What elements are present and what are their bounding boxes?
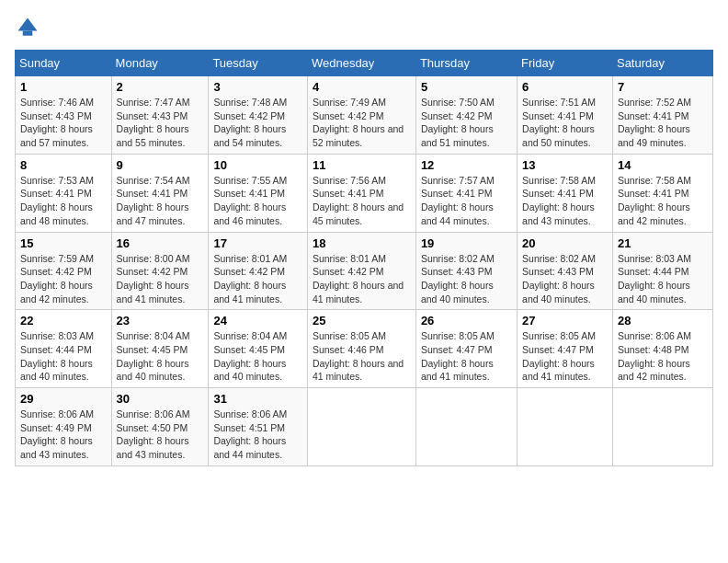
day-number: 12	[421, 158, 512, 172]
day-cell	[518, 388, 613, 466]
day-cell: 29 Sunrise: 8:06 AMSunset: 4:49 PMDaylig…	[16, 388, 112, 466]
day-number: 17	[213, 236, 302, 250]
logo	[15, 15, 44, 40]
day-info: Sunrise: 8:05 AMSunset: 4:46 PMDaylight:…	[313, 330, 404, 382]
day-info: Sunrise: 8:01 AMSunset: 4:42 PMDaylight:…	[313, 253, 404, 304]
day-info: Sunrise: 8:05 AMSunset: 4:47 PMDaylight:…	[421, 330, 495, 382]
day-number: 16	[117, 236, 204, 250]
svg-rect-1	[23, 31, 33, 36]
day-number: 2	[117, 80, 204, 94]
day-info: Sunrise: 8:01 AMSunset: 4:42 PMDaylight:…	[213, 253, 287, 304]
day-info: Sunrise: 8:05 AMSunset: 4:47 PMDaylight:…	[522, 330, 596, 382]
day-cell: 8 Sunrise: 7:53 AMSunset: 4:41 PMDayligh…	[16, 154, 112, 232]
day-cell	[612, 388, 712, 466]
header-cell-tuesday: Tuesday	[209, 51, 308, 76]
day-cell: 26 Sunrise: 8:05 AMSunset: 4:47 PMDaylig…	[415, 310, 517, 388]
day-number: 25	[313, 314, 411, 327]
day-info: Sunrise: 8:02 AMSunset: 4:43 PMDaylight:…	[522, 253, 596, 304]
day-cell: 30 Sunrise: 8:06 AMSunset: 4:50 PMDaylig…	[111, 388, 209, 466]
day-cell: 1 Sunrise: 7:46 AMSunset: 4:43 PMDayligh…	[16, 76, 112, 155]
day-info: Sunrise: 7:57 AMSunset: 4:41 PMDaylight:…	[421, 175, 495, 226]
day-cell	[307, 388, 415, 466]
day-number: 7	[618, 80, 708, 94]
day-cell: 17 Sunrise: 8:01 AMSunset: 4:42 PMDaylig…	[209, 232, 308, 310]
day-number: 28	[618, 314, 708, 327]
day-info: Sunrise: 8:06 AMSunset: 4:48 PMDaylight:…	[618, 330, 691, 382]
day-number: 30	[117, 392, 204, 406]
day-cell: 3 Sunrise: 7:48 AMSunset: 4:42 PMDayligh…	[209, 76, 308, 155]
day-cell: 14 Sunrise: 7:58 AMSunset: 4:41 PMDaylig…	[612, 154, 712, 232]
day-cell: 2 Sunrise: 7:47 AMSunset: 4:43 PMDayligh…	[111, 76, 209, 155]
header	[15, 15, 713, 40]
day-number: 23	[117, 314, 204, 327]
day-cell: 19 Sunrise: 8:02 AMSunset: 4:43 PMDaylig…	[415, 232, 517, 310]
day-number: 15	[20, 236, 107, 250]
day-info: Sunrise: 8:00 AMSunset: 4:42 PMDaylight:…	[117, 253, 190, 304]
day-cell: 7 Sunrise: 7:52 AMSunset: 4:41 PMDayligh…	[612, 76, 712, 155]
day-info: Sunrise: 7:58 AMSunset: 4:41 PMDaylight:…	[522, 175, 596, 226]
day-info: Sunrise: 7:59 AMSunset: 4:42 PMDaylight:…	[20, 253, 94, 304]
day-cell: 23 Sunrise: 8:04 AMSunset: 4:45 PMDaylig…	[111, 310, 209, 388]
day-info: Sunrise: 8:02 AMSunset: 4:43 PMDaylight:…	[421, 253, 495, 304]
logo-icon	[15, 15, 40, 40]
day-cell: 18 Sunrise: 8:01 AMSunset: 4:42 PMDaylig…	[307, 232, 415, 310]
day-info: Sunrise: 7:56 AMSunset: 4:41 PMDaylight:…	[313, 175, 404, 226]
day-number: 4	[313, 80, 411, 94]
day-number: 20	[522, 236, 608, 250]
header-cell-sunday: Sunday	[16, 51, 112, 76]
day-cell: 5 Sunrise: 7:50 AMSunset: 4:42 PMDayligh…	[415, 76, 517, 155]
day-info: Sunrise: 8:04 AMSunset: 4:45 PMDaylight:…	[117, 330, 190, 382]
day-info: Sunrise: 7:55 AMSunset: 4:41 PMDaylight:…	[213, 175, 287, 226]
day-cell: 10 Sunrise: 7:55 AMSunset: 4:41 PMDaylig…	[209, 154, 308, 232]
header-row: SundayMondayTuesdayWednesdayThursdayFrid…	[16, 51, 713, 76]
day-cell: 15 Sunrise: 7:59 AMSunset: 4:42 PMDaylig…	[16, 232, 112, 310]
day-cell: 13 Sunrise: 7:58 AMSunset: 4:41 PMDaylig…	[518, 154, 613, 232]
day-info: Sunrise: 7:46 AMSunset: 4:43 PMDaylight:…	[20, 97, 94, 148]
day-info: Sunrise: 8:03 AMSunset: 4:44 PMDaylight:…	[20, 330, 94, 382]
day-cell: 12 Sunrise: 7:57 AMSunset: 4:41 PMDaylig…	[415, 154, 517, 232]
day-info: Sunrise: 7:49 AMSunset: 4:42 PMDaylight:…	[313, 97, 404, 148]
day-number: 5	[421, 80, 512, 94]
day-number: 19	[421, 236, 512, 250]
day-info: Sunrise: 8:04 AMSunset: 4:45 PMDaylight:…	[213, 330, 287, 382]
day-number: 22	[20, 314, 107, 327]
day-number: 18	[313, 236, 411, 250]
day-info: Sunrise: 8:03 AMSunset: 4:44 PMDaylight:…	[618, 253, 691, 304]
day-info: Sunrise: 8:06 AMSunset: 4:51 PMDaylight:…	[213, 408, 287, 460]
day-info: Sunrise: 7:50 AMSunset: 4:42 PMDaylight:…	[421, 97, 495, 148]
day-cell: 16 Sunrise: 8:00 AMSunset: 4:42 PMDaylig…	[111, 232, 209, 310]
day-number: 27	[522, 314, 608, 327]
day-info: Sunrise: 8:06 AMSunset: 4:50 PMDaylight:…	[117, 408, 190, 460]
day-cell: 31 Sunrise: 8:06 AMSunset: 4:51 PMDaylig…	[209, 388, 308, 466]
day-number: 26	[421, 314, 512, 327]
calendar-header: SundayMondayTuesdayWednesdayThursdayFrid…	[16, 51, 713, 76]
day-cell: 20 Sunrise: 8:02 AMSunset: 4:43 PMDaylig…	[518, 232, 613, 310]
day-info: Sunrise: 8:06 AMSunset: 4:49 PMDaylight:…	[20, 408, 94, 460]
day-number: 13	[522, 158, 608, 172]
day-info: Sunrise: 7:53 AMSunset: 4:41 PMDaylight:…	[20, 175, 94, 226]
day-cell: 28 Sunrise: 8:06 AMSunset: 4:48 PMDaylig…	[612, 310, 712, 388]
day-number: 21	[618, 236, 708, 250]
svg-marker-0	[18, 18, 38, 31]
day-number: 1	[20, 80, 107, 94]
day-number: 6	[522, 80, 608, 94]
day-number: 24	[213, 314, 302, 327]
day-cell: 24 Sunrise: 8:04 AMSunset: 4:45 PMDaylig…	[209, 310, 308, 388]
day-info: Sunrise: 7:47 AMSunset: 4:43 PMDaylight:…	[117, 97, 190, 148]
day-number: 14	[618, 158, 708, 172]
day-number: 31	[213, 392, 302, 406]
day-number: 11	[313, 158, 411, 172]
day-cell: 22 Sunrise: 8:03 AMSunset: 4:44 PMDaylig…	[16, 310, 112, 388]
week-row-3: 15 Sunrise: 7:59 AMSunset: 4:42 PMDaylig…	[16, 232, 713, 310]
day-cell	[415, 388, 517, 466]
day-cell: 6 Sunrise: 7:51 AMSunset: 4:41 PMDayligh…	[518, 76, 613, 155]
header-cell-friday: Friday	[518, 51, 613, 76]
day-info: Sunrise: 7:58 AMSunset: 4:41 PMDaylight:…	[618, 175, 691, 226]
week-row-4: 22 Sunrise: 8:03 AMSunset: 4:44 PMDaylig…	[16, 310, 713, 388]
calendar-table: SundayMondayTuesdayWednesdayThursdayFrid…	[15, 50, 713, 466]
day-cell: 9 Sunrise: 7:54 AMSunset: 4:41 PMDayligh…	[111, 154, 209, 232]
header-cell-wednesday: Wednesday	[307, 51, 415, 76]
week-row-1: 1 Sunrise: 7:46 AMSunset: 4:43 PMDayligh…	[16, 76, 713, 155]
week-row-5: 29 Sunrise: 8:06 AMSunset: 4:49 PMDaylig…	[16, 388, 713, 466]
week-row-2: 8 Sunrise: 7:53 AMSunset: 4:41 PMDayligh…	[16, 154, 713, 232]
